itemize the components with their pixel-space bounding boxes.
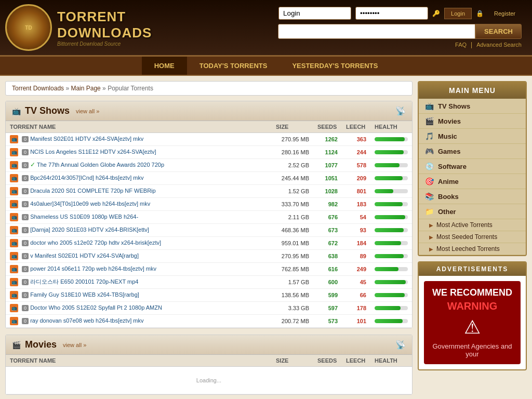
torrent-health (370, 263, 412, 276)
tv-row-icon: 📺 (10, 200, 18, 208)
torrent-leech: 183 (342, 198, 370, 211)
table-row: 📺 0 [Darnja] 2020 S01E03 HDTV x264-BRISK… (6, 224, 412, 237)
zero-badge: 0 (22, 214, 29, 220)
sidebar-item-software[interactable]: 💿 Software (419, 159, 526, 174)
music-menu-icon: 🎵 (425, 132, 434, 140)
torrent-seeds: 638 (313, 250, 342, 263)
lock-icon: 🔒 (476, 10, 484, 17)
torrent-link[interactable]: Family Guy S18E10 WEB x264-TBS[rarbg] (30, 291, 139, 298)
sidebar-item-tv[interactable]: 📺 TV Shows (419, 99, 526, 114)
warning-box[interactable]: WE RECOMMEND WARNING ⚠ Government Agenci… (424, 281, 521, 364)
movies-view-all[interactable]: view all » (63, 342, 86, 348)
torrent-name-cell: 📺 0 [Darnja] 2020 S01E03 HDTV x264-BRISK… (6, 224, 272, 237)
login-input[interactable] (278, 7, 351, 20)
logo-title: TORRENT DOWNLOADS (57, 9, 152, 41)
torrent-link[interactable]: The 77th Annual Golden Globe Awards 2020… (37, 162, 164, 168)
health-bar (375, 293, 405, 297)
zero-badge: 0 (22, 136, 29, 142)
rss-icon[interactable]: 📡 (395, 106, 406, 116)
movies-th-health: HEALTH (370, 355, 412, 367)
torrent-size: 468.36 MB (272, 224, 313, 237)
sidebar-most-seeded[interactable]: ▶ Most Seeded Torrents (419, 231, 526, 243)
torrent-seeds: 982 (313, 198, 342, 211)
torrent-health (370, 224, 412, 237)
sidebar-most-leeched[interactable]: ▶ Most Leeched Torrents (419, 243, 526, 255)
health-bar (375, 306, 401, 310)
sidebar-item-music[interactable]: 🎵 Music (419, 129, 526, 144)
zero-badge: 0 (22, 253, 29, 259)
movies-table: TORRENT NAME SIZE SEEDS LEECH HEALTH Loa… (6, 355, 412, 394)
breadcrumb-main[interactable]: Main Page (71, 85, 100, 92)
torrent-name-cell: 📺 0 power 2014 s06e11 720p web h264-tbs[… (6, 263, 272, 276)
sidebar-most-active[interactable]: ▶ Most Active Torrents (419, 219, 526, 231)
torrent-link[interactable]: 4s0aluer]34[T0s]10e09 web h264-tbs[eztv]… (30, 201, 150, 207)
torrent-seeds: 1124 (313, 146, 342, 159)
torrent-seeds: 1051 (313, 172, 342, 185)
torrent-name-cell: 📺 0 4s0aluer]34[T0s]10e09 web h264-tbs[e… (6, 198, 272, 211)
health-bar-wrap (375, 163, 408, 167)
health-bar-wrap (375, 280, 408, 284)
health-bar (375, 163, 400, 167)
tv-row-icon: 📺 (10, 174, 18, 182)
torrent-link[interactable]: Doctor Who 2005 S12E02 Spyfall Pt 2 1080… (30, 304, 162, 311)
content-wrapper: Torrent Downloads » Main Page » Popular … (0, 76, 532, 399)
torrent-link[interactable]: Bpc264r2014r3057[ICnd] h264-tbs[eztv] mk… (30, 175, 143, 181)
torrent-link[interactable]: Manifest S02E01 HDTV x264-SVA[eztv] mkv (30, 136, 143, 142)
sidebar-item-books[interactable]: 📚 Books (419, 189, 526, 204)
table-row: 📺 0 Family Guy S18E10 WEB x264-TBS[rarbg… (6, 289, 412, 302)
movies-rss-icon[interactable]: 📡 (395, 340, 406, 350)
tv-row-icon: 📺 (10, 291, 18, 299)
th-leech: LEECH (342, 121, 370, 133)
password-input[interactable] (355, 7, 428, 20)
other-menu-icon: 📁 (425, 207, 434, 216)
torrent-name-cell: 📺 0 Manifest S02E01 HDTV x264-SVA[eztv] … (6, 133, 272, 146)
table-row: 📺 0 power 2014 s06e11 720p web h264-tbs[… (6, 263, 412, 276)
table-row: 📺 0 Manifest S02E01 HDTV x264-SVA[eztv] … (6, 133, 412, 146)
sidebar-music-label: Music (438, 132, 457, 140)
header-right: 🔑 Login 🔒 Register SEARCH FAQ | Advanced… (187, 7, 532, 48)
nav-home[interactable]: HOME (142, 57, 187, 75)
torrent-health (370, 211, 412, 224)
torrent-seeds: 673 (313, 224, 342, 237)
torrent-health (370, 146, 412, 159)
torrent-link[interactable]: [Darnja] 2020 S01E03 HDTV x264-BRISK[ett… (30, 227, 149, 233)
torrent-health (370, 185, 412, 198)
torrent-seeds: 1262 (313, 133, 342, 146)
health-bar-wrap (375, 241, 408, 245)
tv-view-all[interactable]: view all » (76, 108, 99, 114)
sidebar-movies-label: Movies (438, 117, 461, 125)
sidebar-item-movies[interactable]: 🎬 Movies (419, 114, 526, 129)
search-button[interactable]: SEARCH (475, 24, 522, 39)
ads-section: ADVERTISEMENTS WE RECOMMEND WARNING ⚠ Go… (418, 261, 527, 370)
sidebar-item-games[interactable]: 🎮 Games (419, 144, 526, 159)
breadcrumb-home[interactable]: Torrent Downloads (12, 85, 64, 92)
torrent-link[interactable]: Dracula 2020 S01 COMPLETE 720p NF WEBRip (30, 188, 156, 194)
login-button[interactable]: Login (444, 8, 472, 19)
torrent-link[interactable]: Shameless US S10E09 1080p WEB h264- (30, 214, 138, 220)
nav-today[interactable]: TODAY'S TORRENTS (187, 57, 280, 75)
torrent-link[interactable]: ray donovan s07e08 web h264-tbs[eztv] mk… (30, 317, 143, 324)
sidebar-item-anime[interactable]: 🎯 Anime (419, 174, 526, 189)
sidebar-item-other[interactable]: 📁 Other (419, 204, 526, 219)
torrent-seeds: 676 (313, 211, 342, 224)
torrent-link[interactable]: v Manifest S02E01 HDTV x264-SVA[rarbg] (30, 252, 139, 259)
login-bar: 🔑 Login 🔒 Register (197, 7, 522, 20)
torrent-link[interactable]: power 2014 s06e11 720p web h264-tbs[eztv… (30, 265, 156, 272)
sidebar-main-menu: MAIN MENU 📺 TV Shows 🎬 Movies 🎵 Music 🎮 … (418, 81, 527, 256)
torrent-size: 333.70 MB (272, 198, 313, 211)
games-menu-icon: 🎮 (425, 147, 434, 155)
logo-text-block: TORRENT DOWNLOADS Bittorrent Download So… (57, 9, 152, 47)
health-bar (375, 202, 403, 206)
torrent-link[interactable]: 라디오스타 E650 200101 720p-NEXT mp4 (30, 278, 138, 285)
nav-yesterday[interactable]: YESTERDAY'S TORRENTS (280, 57, 390, 75)
tv-table-body: 📺 0 Manifest S02E01 HDTV x264-SVA[eztv] … (6, 133, 412, 328)
sidebar-anime-label: Anime (438, 178, 459, 185)
search-input[interactable] (278, 24, 475, 39)
health-bar-wrap (375, 202, 408, 206)
advanced-search-link[interactable]: Advanced Search (476, 42, 522, 48)
torrent-link[interactable]: NCIS Los Angeles S11E12 HDTV x264-SVA[ez… (30, 149, 156, 155)
register-button[interactable]: Register (488, 8, 522, 19)
torrent-name-cell: 📺 0 v Manifest S02E01 HDTV x264-SVA[rarb… (6, 250, 272, 263)
torrent-link[interactable]: doctor who 2005 s12e02 720p hdtv x264-br… (30, 240, 161, 246)
faq-link[interactable]: FAQ (455, 42, 467, 48)
